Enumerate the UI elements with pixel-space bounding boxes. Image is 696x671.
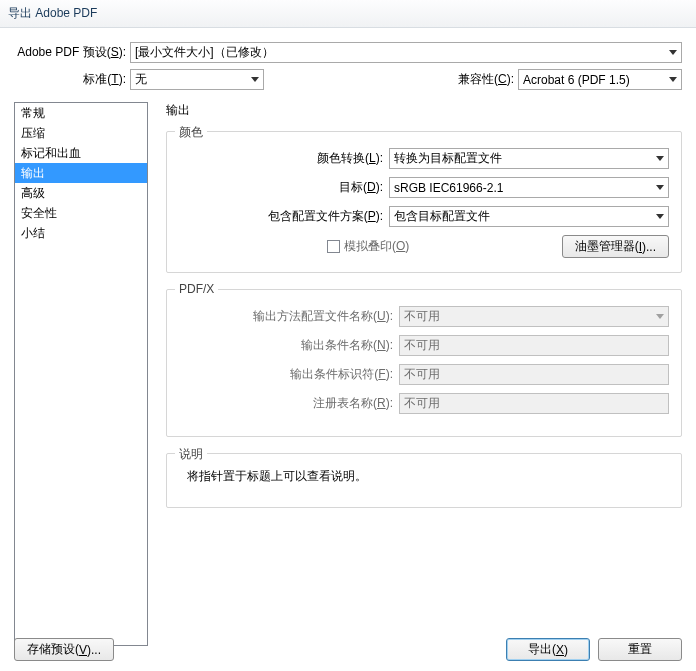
color-conversion-dropdown[interactable]: 转换为目标配置文件: [389, 148, 669, 169]
preset-row: Adobe PDF 预设(S): [最小文件大小]（已修改）: [14, 42, 682, 63]
simulate-overprint-label: 模拟叠印(O): [344, 238, 409, 255]
registry-row: 注册表名称(R): 不可用: [179, 393, 669, 414]
color-conversion-label: 颜色转换(L):: [179, 150, 389, 167]
chevron-down-icon: [656, 314, 664, 319]
compatibility-dropdown[interactable]: Acrobat 6 (PDF 1.5): [518, 69, 682, 90]
color-conversion-row: 颜色转换(L): 转换为目标配置文件: [179, 148, 669, 169]
standard-dropdown[interactable]: 无: [130, 69, 264, 90]
reset-button[interactable]: 重置: [598, 638, 682, 661]
compatibility-label: 兼容性(C):: [458, 71, 518, 88]
condition-id-row: 输出条件标识符(F): 不可用: [179, 364, 669, 385]
title-bar: 导出 Adobe PDF: [0, 0, 696, 28]
simulate-overprint-checkbox[interactable]: [327, 240, 340, 253]
color-group-title: 颜色: [175, 124, 207, 141]
ink-manager-button[interactable]: 油墨管理器(I)...: [562, 235, 669, 258]
description-group-title: 说明: [175, 446, 207, 463]
condition-id-label: 输出条件标识符(F):: [179, 366, 399, 383]
destination-row: 目标(D): sRGB IEC61966-2.1: [179, 177, 669, 198]
preset-dropdown[interactable]: [最小文件大小]（已修改）: [130, 42, 682, 63]
window-title: 导出 Adobe PDF: [8, 5, 97, 22]
chevron-down-icon: [656, 185, 664, 190]
profile-policy-label: 包含配置文件方案(P):: [179, 208, 389, 225]
condition-name-row: 输出条件名称(N): 不可用: [179, 335, 669, 356]
condition-name-field: 不可用: [399, 335, 669, 356]
description-text: 将指针置于标题上可以查看说明。: [187, 468, 669, 485]
sidebar-item[interactable]: 高级: [15, 183, 147, 203]
bottom-bar: 存储预设(V)... 导出(X) 重置: [14, 638, 682, 661]
pdfx-group: PDF/X 输出方法配置文件名称(U): 不可用 输出条件名称(N): 不可用 …: [166, 289, 682, 437]
standard-row: 标准(T): 无 兼容性(C): Acrobat 6 (PDF 1.5): [14, 69, 682, 90]
chevron-down-icon: [669, 50, 677, 55]
destination-label: 目标(D):: [179, 179, 389, 196]
registry-label: 注册表名称(R):: [179, 395, 399, 412]
sidebar: 常规压缩标记和出血输出高级安全性小结: [14, 102, 148, 646]
output-profile-dropdown: 不可用: [399, 306, 669, 327]
save-preset-button[interactable]: 存储预设(V)...: [14, 638, 114, 661]
chevron-down-icon: [656, 214, 664, 219]
output-panel: 输出 颜色 颜色转换(L): 转换为目标配置文件 目标(D): sRGB IEC…: [148, 102, 682, 646]
chevron-down-icon: [669, 77, 677, 82]
sidebar-item[interactable]: 标记和出血: [15, 143, 147, 163]
sidebar-item[interactable]: 安全性: [15, 203, 147, 223]
panel-heading: 输出: [166, 102, 682, 119]
output-profile-label: 输出方法配置文件名称(U):: [179, 308, 399, 325]
export-button[interactable]: 导出(X): [506, 638, 590, 661]
sidebar-item[interactable]: 输出: [15, 163, 147, 183]
destination-dropdown[interactable]: sRGB IEC61966-2.1: [389, 177, 669, 198]
profile-policy-dropdown[interactable]: 包含目标配置文件: [389, 206, 669, 227]
output-profile-row: 输出方法配置文件名称(U): 不可用: [179, 306, 669, 327]
preset-label: Adobe PDF 预设(S):: [14, 44, 130, 61]
condition-name-label: 输出条件名称(N):: [179, 337, 399, 354]
simulate-overprint-row: 模拟叠印(O) 油墨管理器(I)...: [179, 235, 669, 258]
condition-id-field: 不可用: [399, 364, 669, 385]
chevron-down-icon: [656, 156, 664, 161]
sidebar-item[interactable]: 压缩: [15, 123, 147, 143]
dialog-content: Adobe PDF 预设(S): [最小文件大小]（已修改） 标准(T): 无 …: [0, 28, 696, 646]
color-group: 颜色 颜色转换(L): 转换为目标配置文件 目标(D): sRGB IEC619…: [166, 131, 682, 273]
registry-field: 不可用: [399, 393, 669, 414]
main-area: 常规压缩标记和出血输出高级安全性小结 输出 颜色 颜色转换(L): 转换为目标配…: [14, 102, 682, 646]
description-group: 说明 将指针置于标题上可以查看说明。: [166, 453, 682, 508]
pdfx-group-title: PDF/X: [175, 282, 218, 296]
sidebar-item[interactable]: 常规: [15, 103, 147, 123]
profile-policy-row: 包含配置文件方案(P): 包含目标配置文件: [179, 206, 669, 227]
standard-label: 标准(T):: [14, 71, 130, 88]
sidebar-item[interactable]: 小结: [15, 223, 147, 243]
chevron-down-icon: [251, 77, 259, 82]
